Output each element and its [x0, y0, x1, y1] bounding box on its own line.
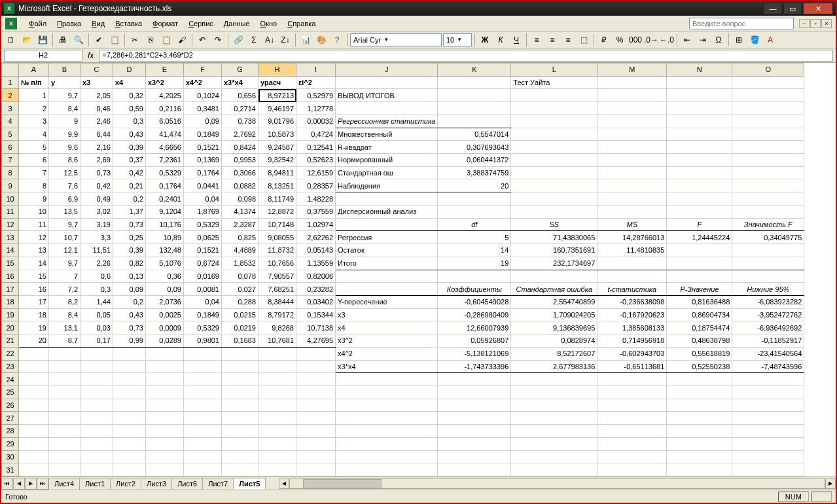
cell-K25[interactable] — [438, 386, 511, 399]
cell-D29[interactable] — [113, 437, 146, 450]
cell-D31[interactable] — [113, 463, 146, 477]
cell-C5[interactable]: 6,44 — [80, 128, 113, 141]
cell-D12[interactable]: 0,73 — [113, 218, 146, 231]
cell-D19[interactable]: 0,43 — [113, 308, 146, 321]
cell-M28[interactable] — [597, 425, 667, 438]
cell-A20[interactable]: 19 — [19, 321, 49, 334]
cell-N19[interactable]: 0,86904734 — [667, 308, 732, 321]
cell-A3[interactable]: 2 — [19, 102, 49, 115]
row-header-28[interactable]: 28 — [2, 425, 19, 438]
cell-D3[interactable]: 0,59 — [113, 102, 146, 115]
cell-J6[interactable]: R-квадрат — [336, 141, 438, 154]
row-header-3[interactable]: 3 — [2, 102, 19, 115]
cell-E13[interactable]: 10,89 — [146, 231, 184, 244]
cell-D5[interactable]: 0,43 — [113, 128, 146, 141]
copy-button[interactable]: ⎘ — [143, 33, 158, 47]
cell-H25[interactable] — [258, 386, 296, 399]
cell-I28[interactable] — [296, 425, 336, 438]
cell-A13[interactable]: 12 — [19, 231, 49, 244]
cell-N14[interactable] — [667, 244, 732, 257]
cell-L13[interactable]: 71,43830065 — [511, 231, 597, 244]
cell-I30[interactable] — [296, 450, 336, 463]
cell-N10[interactable] — [667, 192, 732, 206]
help-search-input[interactable] — [689, 18, 794, 29]
cell-A2[interactable]: 1 — [19, 89, 49, 102]
cell-J19[interactable]: x3 — [336, 308, 438, 321]
cell-I4[interactable]: 0,00032 — [296, 115, 336, 128]
cell-G30[interactable] — [222, 450, 258, 463]
sheet-tab-Лист1[interactable]: Лист1 — [79, 478, 111, 490]
cell-N16[interactable] — [667, 270, 732, 283]
col-header-E[interactable]: E — [146, 63, 184, 77]
spelling-button[interactable]: ✔ — [92, 33, 106, 47]
omega-button[interactable]: Ω — [711, 33, 726, 47]
cell-D6[interactable]: 0,39 — [113, 141, 146, 154]
cell-A5[interactable]: 4 — [19, 128, 49, 141]
increase-decimal-button[interactable]: .0→ — [644, 33, 658, 47]
cell-A26[interactable] — [19, 399, 49, 412]
cell-A29[interactable] — [19, 437, 49, 450]
cell-D21[interactable]: 0,99 — [113, 334, 146, 348]
cell-E4[interactable]: 6,0516 — [146, 115, 184, 128]
cell-C28[interactable] — [80, 425, 113, 438]
cell-M15[interactable] — [597, 257, 667, 270]
cell-L28[interactable] — [511, 425, 597, 438]
cell-F10[interactable]: 0,04 — [184, 192, 222, 206]
cell-D10[interactable]: 0,2 — [113, 192, 146, 206]
cell-B31[interactable] — [49, 463, 80, 477]
cell-J14[interactable]: Остаток — [336, 244, 438, 257]
cell-K29[interactable] — [438, 437, 511, 450]
cell-E14[interactable]: 132,48 — [146, 244, 184, 257]
cell-B22[interactable] — [49, 347, 80, 360]
cell-G24[interactable] — [222, 373, 258, 386]
cell-F3[interactable]: 0,3481 — [184, 102, 222, 115]
row-header-30[interactable]: 30 — [2, 450, 19, 463]
cell-B12[interactable]: 9,7 — [49, 218, 80, 231]
cell-G6[interactable]: 0,8424 — [222, 141, 258, 154]
cell-K16[interactable] — [438, 270, 511, 283]
align-center-button[interactable]: ≡ — [545, 33, 560, 47]
cell-K2[interactable] — [438, 89, 511, 102]
cell-E24[interactable] — [146, 373, 184, 386]
cell-G3[interactable]: 0,2714 — [222, 102, 258, 115]
cell-D20[interactable]: 0,73 — [113, 321, 146, 334]
cell-K24[interactable] — [438, 373, 511, 386]
cell-H15[interactable]: 10,7656 — [258, 257, 296, 270]
select-all-corner[interactable] — [2, 63, 19, 77]
decrease-indent-button[interactable]: ⇤ — [680, 33, 694, 47]
cell-L21[interactable]: 0,0828974 — [511, 334, 597, 348]
cell-G11[interactable]: 4,1374 — [222, 205, 258, 218]
cell-G5[interactable]: 2,7692 — [222, 128, 258, 141]
cell-G15[interactable]: 1,8532 — [222, 257, 258, 270]
cell-N30[interactable] — [667, 450, 732, 463]
cell-J8[interactable]: Стандартная ош — [336, 166, 438, 179]
cell-J3[interactable] — [336, 102, 438, 115]
cell-O15[interactable] — [732, 257, 804, 270]
cell-B21[interactable]: 8,7 — [49, 334, 80, 348]
col-header-M[interactable]: M — [597, 63, 667, 77]
cell-K10[interactable] — [438, 192, 511, 206]
cell-B18[interactable]: 8,2 — [49, 295, 80, 308]
cell-I11[interactable]: 0,37559 — [296, 205, 336, 218]
row-header-9[interactable]: 9 — [2, 179, 19, 192]
cell-B6[interactable]: 9,6 — [49, 141, 80, 154]
font-name-combo[interactable]: Arial Cyr▼ — [350, 33, 442, 46]
hyperlink-button[interactable]: 🔗 — [231, 33, 245, 47]
cell-N26[interactable] — [667, 399, 732, 412]
cell-H6[interactable]: 9,24587 — [258, 141, 296, 154]
cell-J25[interactable] — [336, 386, 438, 399]
cell-G1[interactable]: x3*x4 — [222, 76, 258, 89]
row-header-1[interactable]: 1 — [2, 76, 19, 89]
cell-N12[interactable]: F — [667, 218, 732, 231]
cell-M18[interactable]: -0,236638098 — [597, 295, 667, 308]
cell-C9[interactable]: 0,42 — [80, 179, 113, 192]
minimize-button[interactable]: — — [764, 3, 782, 14]
cell-G26[interactable] — [222, 399, 258, 412]
cell-I18[interactable]: 0,03402 — [296, 295, 336, 308]
col-header-H[interactable]: H — [258, 63, 296, 77]
row-header-16[interactable]: 16 — [2, 270, 19, 283]
cell-J28[interactable] — [336, 425, 438, 438]
cell-M31[interactable] — [597, 463, 667, 477]
cell-K21[interactable]: 0,05926807 — [438, 334, 511, 348]
cell-A30[interactable] — [19, 450, 49, 463]
